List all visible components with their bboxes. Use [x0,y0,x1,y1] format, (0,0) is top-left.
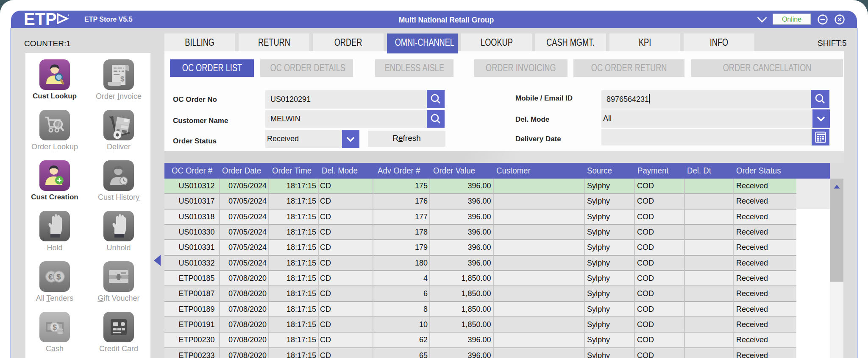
svg-text:$: $ [56,272,61,281]
svg-text:$: $ [53,323,57,332]
svg-text:€: € [48,272,53,281]
